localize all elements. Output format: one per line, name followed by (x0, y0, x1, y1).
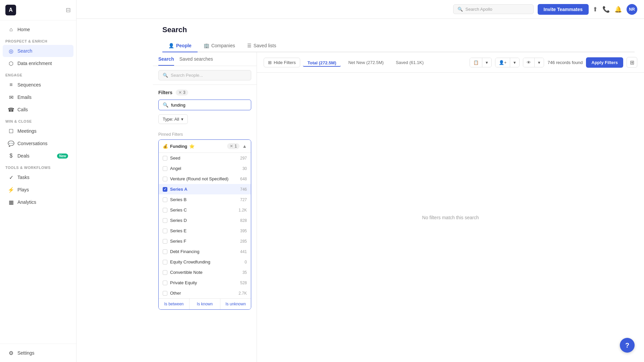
sidebar-item-sequences[interactable]: ≡ Sequences (3, 79, 73, 91)
checkbox-series-b[interactable] (163, 197, 167, 202)
sidebar: A ⊟ ⌂ Home Prospect & enrich ◎ Search ⬡ … (0, 0, 76, 362)
hide-filters-button[interactable]: ⊞ Hide Filters (264, 58, 300, 67)
checkbox-convertible-note[interactable] (163, 270, 167, 275)
sidebar-item-meetings[interactable]: ☐ Meetings (3, 125, 73, 137)
sidebar-item-emails[interactable]: ✉ Emails (3, 91, 73, 103)
filter-item-series-b[interactable]: Series B 727 (159, 194, 251, 205)
funding-badge-x[interactable]: ✕ (230, 144, 233, 148)
calls-icon: ☎ (8, 107, 14, 113)
filter-count-convertible-note: 35 (243, 270, 247, 275)
filter-item-angel[interactable]: Angel 30 (159, 163, 251, 174)
checkbox-series-c[interactable] (163, 208, 167, 213)
filter-item-series-e[interactable]: Series E 395 (159, 226, 251, 236)
funding-filter-header: 💰 Funding ⭐ ✕ 1 ▲ (159, 140, 251, 153)
sidebar-collapse-button[interactable]: ⊟ (66, 6, 71, 14)
tab-companies[interactable]: 🏢 Companies (198, 40, 241, 52)
view-button[interactable]: 👁 (523, 58, 535, 67)
type-filter-button[interactable]: Type: All ▾ (158, 114, 188, 124)
checkbox-seed[interactable] (163, 156, 167, 161)
meetings-icon: ☐ (8, 128, 14, 134)
checkbox-private-equity[interactable] (163, 281, 167, 285)
sidebar-item-plays[interactable]: ⚡ Plays (3, 184, 73, 196)
filter-x-icon[interactable]: ✕ (178, 90, 182, 95)
filter-item-venture[interactable]: Venture (Round not Specified) 648 (159, 174, 251, 184)
funding-selected-count: 1 (234, 144, 237, 148)
filter-item-series-a[interactable]: Series A 746 (159, 184, 251, 194)
checkbox-debt-financing[interactable] (163, 249, 167, 254)
checkbox-venture[interactable] (163, 177, 167, 181)
topbar: 🔍 Search Apollo Invite Teammates ⬆ 📞 🔔 N… (76, 0, 644, 19)
filter-label-series-b: Series B (170, 197, 186, 202)
filter-item-seed[interactable]: Seed 297 (159, 153, 251, 163)
app-logo-icon[interactable]: A (5, 5, 16, 15)
add-button[interactable]: 👤+ (495, 58, 511, 67)
tab-people[interactable]: 👤 People (162, 40, 198, 52)
filter-item-debt-financing[interactable]: Debt Financing 441 (159, 246, 251, 257)
checkbox-other[interactable] (163, 291, 167, 296)
invite-teammates-button[interactable]: Invite Teammates (538, 4, 589, 15)
sidebar-item-tasks[interactable]: ✓ Tasks (3, 171, 73, 183)
view-tab-total[interactable]: Total (272.5M) (303, 58, 341, 67)
left-panel: Search Saved searches 🔍 Search People...… (153, 52, 257, 362)
filter-label-debt-financing: Debt Financing (170, 249, 199, 254)
filter-search-input[interactable] (171, 103, 247, 108)
section-tools-workflows: Tools & workflows (0, 162, 76, 171)
filter-item-series-f[interactable]: Series F 285 (159, 236, 251, 246)
avatar[interactable]: NR (627, 4, 637, 15)
filter-item-other[interactable]: Other 2.7K (159, 288, 251, 298)
search-people-input[interactable]: 🔍 Search People... (158, 70, 251, 80)
sidebar-item-conversations[interactable]: 💬 Conversations (3, 137, 73, 149)
bell-icon[interactable]: 🔔 (614, 6, 622, 13)
checkbox-angel[interactable] (163, 166, 167, 171)
export-chevron-button[interactable]: ▾ (482, 58, 491, 67)
filter-is-known-button[interactable]: Is known (190, 299, 220, 309)
search-apollo-placeholder: Search Apollo (466, 7, 492, 12)
pinned-filters-label: Pinned Filters (158, 132, 251, 137)
sidebar-item-deals[interactable]: $ Deals New (3, 150, 73, 162)
sidebar-item-search[interactable]: ◎ Search (3, 45, 73, 57)
apply-filters-button[interactable]: Apply Filters (586, 57, 623, 68)
sidebar-item-data-enrichment[interactable]: ⬡ Data enrichment (3, 57, 73, 69)
checkbox-equity-crowdfunding[interactable] (163, 260, 167, 264)
checkbox-series-e[interactable] (163, 229, 167, 233)
filter-item-series-c[interactable]: Series C 1.2K (159, 205, 251, 215)
funding-star-icon: ⭐ (189, 144, 195, 149)
filter-item-convertible-note[interactable]: Convertible Note 35 (159, 267, 251, 278)
search-people-wrap: 🔍 Search People... (153, 66, 257, 85)
filter-search-bar[interactable]: 🔍 (158, 100, 251, 110)
filter-item-private-equity[interactable]: Private Equity 528 (159, 278, 251, 288)
filter-label-angel: Angel (170, 166, 181, 171)
section-win-close: Win & close (0, 116, 76, 125)
filter-item-series-d[interactable]: Series D 828 (159, 215, 251, 226)
tab-saved-lists[interactable]: ☰ Saved lists (241, 40, 282, 52)
upload-icon[interactable]: ⬆ (593, 6, 598, 13)
filter-label-venture: Venture (Round not Specified) (170, 176, 228, 181)
filter-is-between-button[interactable]: Is between (159, 299, 190, 309)
filter-item-equity-crowdfunding[interactable]: Equity Crowdfunding 0 (159, 257, 251, 267)
sidebar-tasks-label: Tasks (17, 175, 30, 180)
phone-icon[interactable]: 📞 (602, 6, 610, 13)
checkbox-series-d[interactable] (163, 218, 167, 223)
sidebar-meetings-label: Meetings (17, 128, 37, 134)
deals-new-badge: New (57, 154, 68, 159)
filters-label: Filters (158, 90, 172, 95)
checkbox-series-a[interactable] (163, 187, 167, 192)
add-chevron-button[interactable]: ▾ (510, 58, 519, 67)
sidebar-item-analytics[interactable]: ▦ Analytics (3, 196, 73, 208)
panel-tab-search[interactable]: Search (158, 56, 174, 66)
view-tab-saved[interactable]: Saved (61.1K) (391, 58, 428, 67)
sidebar-item-home[interactable]: ⌂ Home (3, 23, 73, 36)
view-tab-net-new[interactable]: Net New (272.5M) (343, 58, 388, 67)
filter-is-unknown-button[interactable]: Is unknown (220, 299, 251, 309)
search-apollo-bar[interactable]: 🔍 Search Apollo (453, 4, 534, 14)
sidebar-item-settings[interactable]: ⚙ Settings (3, 347, 73, 359)
grid-toggle-button[interactable]: ⊞ (627, 57, 637, 68)
export-button[interactable]: 📋 (470, 58, 482, 67)
sidebar-item-calls[interactable]: ☎ Calls (3, 104, 73, 116)
funding-collapse-icon[interactable]: ▲ (242, 143, 247, 149)
checkbox-series-f[interactable] (163, 239, 167, 244)
help-button[interactable]: ? (620, 338, 635, 353)
page-title: Search (162, 25, 635, 34)
view-chevron-button[interactable]: ▾ (535, 58, 544, 67)
panel-tab-saved-searches[interactable]: Saved searches (179, 56, 213, 66)
